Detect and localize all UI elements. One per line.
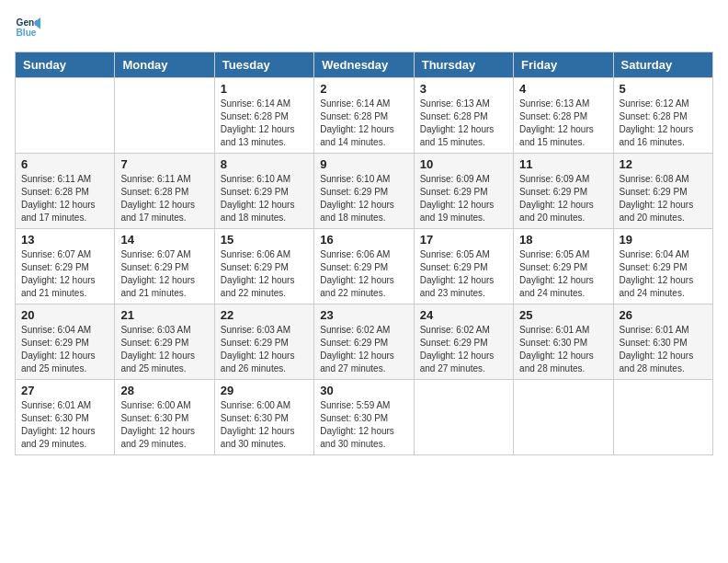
calendar-cell: 7Sunrise: 6:11 AM Sunset: 6:28 PM Daylig…	[115, 154, 214, 229]
day-number: 10	[420, 157, 507, 171]
day-info: Sunrise: 6:09 AM Sunset: 6:29 PM Dayligh…	[519, 173, 607, 224]
day-info: Sunrise: 6:03 AM Sunset: 6:29 PM Dayligh…	[120, 324, 208, 375]
calendar-cell: 2Sunrise: 6:14 AM Sunset: 6:28 PM Daylig…	[314, 78, 414, 154]
calendar-cell: 13Sunrise: 6:07 AM Sunset: 6:29 PM Dayli…	[16, 229, 115, 304]
day-number: 9	[320, 157, 407, 171]
calendar-cell: 8Sunrise: 6:10 AM Sunset: 6:29 PM Daylig…	[214, 154, 313, 229]
calendar-table: SundayMondayTuesdayWednesdayThursdayFrid…	[15, 52, 713, 455]
day-number: 11	[519, 157, 607, 171]
calendar-cell: 1Sunrise: 6:14 AM Sunset: 6:28 PM Daylig…	[214, 78, 313, 154]
week-row-1: 1Sunrise: 6:14 AM Sunset: 6:28 PM Daylig…	[16, 78, 713, 154]
day-info: Sunrise: 6:01 AM Sunset: 6:30 PM Dayligh…	[519, 324, 607, 375]
calendar-cell: 17Sunrise: 6:05 AM Sunset: 6:29 PM Dayli…	[414, 229, 513, 304]
calendar-cell: 21Sunrise: 6:03 AM Sunset: 6:29 PM Dayli…	[115, 304, 214, 380]
calendar-cell	[16, 78, 115, 154]
day-info: Sunrise: 6:13 AM Sunset: 6:28 PM Dayligh…	[519, 98, 607, 149]
day-info: Sunrise: 6:02 AM Sunset: 6:29 PM Dayligh…	[320, 324, 407, 375]
day-info: Sunrise: 6:11 AM Sunset: 6:28 PM Dayligh…	[120, 173, 208, 224]
day-number: 5	[620, 82, 707, 96]
calendar-cell: 26Sunrise: 6:01 AM Sunset: 6:30 PM Dayli…	[613, 304, 712, 380]
day-number: 24	[420, 308, 507, 322]
calendar-cell	[414, 380, 513, 455]
day-info: Sunrise: 6:10 AM Sunset: 6:29 PM Dayligh…	[320, 173, 407, 224]
day-number: 3	[420, 82, 507, 96]
day-number: 26	[620, 308, 707, 322]
day-info: Sunrise: 6:05 AM Sunset: 6:29 PM Dayligh…	[420, 248, 507, 300]
calendar-cell: 6Sunrise: 6:11 AM Sunset: 6:28 PM Daylig…	[16, 154, 115, 229]
day-number: 7	[120, 157, 208, 171]
calendar-header-row: SundayMondayTuesdayWednesdayThursdayFrid…	[16, 52, 713, 78]
logo-icon: General Blue	[15, 15, 40, 40]
calendar-cell: 25Sunrise: 6:01 AM Sunset: 6:30 PM Dayli…	[514, 304, 613, 380]
day-info: Sunrise: 6:01 AM Sunset: 6:30 PM Dayligh…	[620, 324, 707, 375]
col-header-friday: Friday	[514, 52, 613, 78]
day-info: Sunrise: 6:07 AM Sunset: 6:29 PM Dayligh…	[21, 248, 108, 300]
calendar-cell: 9Sunrise: 6:10 AM Sunset: 6:29 PM Daylig…	[314, 154, 414, 229]
week-row-3: 13Sunrise: 6:07 AM Sunset: 6:29 PM Dayli…	[16, 229, 713, 304]
day-number: 30	[320, 384, 407, 397]
calendar-cell	[613, 380, 712, 455]
day-number: 13	[21, 233, 108, 247]
calendar-cell	[514, 380, 613, 455]
calendar-cell: 12Sunrise: 6:08 AM Sunset: 6:29 PM Dayli…	[613, 154, 712, 229]
col-header-wednesday: Wednesday	[314, 52, 414, 78]
calendar-cell: 18Sunrise: 6:05 AM Sunset: 6:29 PM Dayli…	[514, 229, 613, 304]
calendar-cell: 14Sunrise: 6:07 AM Sunset: 6:29 PM Dayli…	[115, 229, 214, 304]
day-info: Sunrise: 6:13 AM Sunset: 6:28 PM Dayligh…	[420, 98, 507, 149]
calendar-cell: 24Sunrise: 6:02 AM Sunset: 6:29 PM Dayli…	[414, 304, 513, 380]
svg-text:Blue: Blue	[17, 28, 37, 38]
week-row-2: 6Sunrise: 6:11 AM Sunset: 6:28 PM Daylig…	[16, 154, 713, 229]
col-header-sunday: Sunday	[16, 52, 115, 78]
day-info: Sunrise: 6:11 AM Sunset: 6:28 PM Dayligh…	[21, 173, 108, 224]
calendar-cell: 27Sunrise: 6:01 AM Sunset: 6:30 PM Dayli…	[16, 380, 115, 455]
calendar-cell: 11Sunrise: 6:09 AM Sunset: 6:29 PM Dayli…	[514, 154, 613, 229]
col-header-tuesday: Tuesday	[214, 52, 313, 78]
day-number: 4	[519, 82, 607, 96]
col-header-monday: Monday	[115, 52, 214, 78]
calendar-cell	[115, 78, 214, 154]
calendar-cell: 28Sunrise: 6:00 AM Sunset: 6:30 PM Dayli…	[115, 380, 214, 455]
calendar-cell: 20Sunrise: 6:04 AM Sunset: 6:29 PM Dayli…	[16, 304, 115, 380]
day-info: Sunrise: 6:00 AM Sunset: 6:30 PM Dayligh…	[221, 399, 308, 451]
day-info: Sunrise: 6:10 AM Sunset: 6:29 PM Dayligh…	[221, 173, 308, 224]
calendar-cell: 29Sunrise: 6:00 AM Sunset: 6:30 PM Dayli…	[214, 380, 313, 455]
calendar-cell: 22Sunrise: 6:03 AM Sunset: 6:29 PM Dayli…	[214, 304, 313, 380]
day-number: 15	[221, 233, 308, 247]
calendar-cell: 15Sunrise: 6:06 AM Sunset: 6:29 PM Dayli…	[214, 229, 313, 304]
page-header: General Blue	[15, 15, 713, 40]
day-number: 19	[620, 233, 707, 247]
day-number: 12	[620, 157, 707, 171]
col-header-saturday: Saturday	[613, 52, 712, 78]
day-number: 23	[320, 308, 407, 322]
day-number: 16	[320, 233, 407, 247]
day-info: Sunrise: 6:08 AM Sunset: 6:29 PM Dayligh…	[620, 173, 707, 224]
calendar-cell: 10Sunrise: 6:09 AM Sunset: 6:29 PM Dayli…	[414, 154, 513, 229]
calendar-cell: 30Sunrise: 5:59 AM Sunset: 6:30 PM Dayli…	[314, 380, 414, 455]
day-info: Sunrise: 6:03 AM Sunset: 6:29 PM Dayligh…	[221, 324, 308, 375]
day-number: 28	[120, 384, 208, 397]
day-info: Sunrise: 6:09 AM Sunset: 6:29 PM Dayligh…	[420, 173, 507, 224]
calendar-cell: 19Sunrise: 6:04 AM Sunset: 6:29 PM Dayli…	[613, 229, 712, 304]
day-number: 18	[519, 233, 607, 247]
calendar-cell: 23Sunrise: 6:02 AM Sunset: 6:29 PM Dayli…	[314, 304, 414, 380]
day-info: Sunrise: 6:02 AM Sunset: 6:29 PM Dayligh…	[420, 324, 507, 375]
day-number: 8	[221, 157, 308, 171]
calendar-cell: 4Sunrise: 6:13 AM Sunset: 6:28 PM Daylig…	[514, 78, 613, 154]
day-number: 20	[21, 308, 108, 322]
day-info: Sunrise: 6:05 AM Sunset: 6:29 PM Dayligh…	[519, 248, 607, 300]
day-number: 21	[120, 308, 208, 322]
day-info: Sunrise: 6:04 AM Sunset: 6:29 PM Dayligh…	[620, 248, 707, 300]
day-info: Sunrise: 6:04 AM Sunset: 6:29 PM Dayligh…	[21, 324, 108, 375]
day-number: 29	[221, 384, 308, 397]
day-number: 14	[120, 233, 208, 247]
calendar-cell: 5Sunrise: 6:12 AM Sunset: 6:28 PM Daylig…	[613, 78, 712, 154]
logo: General Blue	[15, 15, 44, 40]
day-info: Sunrise: 6:06 AM Sunset: 6:29 PM Dayligh…	[320, 248, 407, 300]
day-number: 27	[21, 384, 108, 397]
day-number: 2	[320, 82, 407, 96]
day-info: Sunrise: 6:14 AM Sunset: 6:28 PM Dayligh…	[221, 98, 308, 149]
calendar-cell: 16Sunrise: 6:06 AM Sunset: 6:29 PM Dayli…	[314, 229, 414, 304]
week-row-4: 20Sunrise: 6:04 AM Sunset: 6:29 PM Dayli…	[16, 304, 713, 380]
day-info: Sunrise: 6:00 AM Sunset: 6:30 PM Dayligh…	[120, 399, 208, 451]
day-number: 1	[221, 82, 308, 96]
